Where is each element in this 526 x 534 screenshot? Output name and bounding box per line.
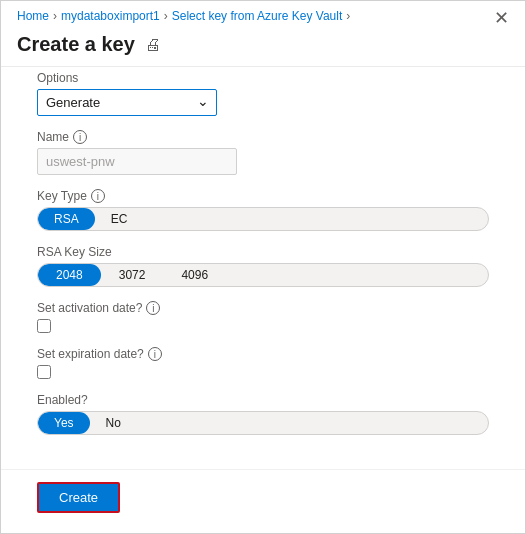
page-title: Create a key bbox=[17, 33, 135, 56]
rsa-key-size-label: RSA Key Size bbox=[37, 245, 489, 259]
enabled-label: Enabled? bbox=[37, 393, 489, 407]
key-type-field: Key Type i RSA EC bbox=[37, 189, 489, 231]
key-type-info-icon[interactable]: i bbox=[91, 189, 105, 203]
create-key-panel: Home › mydataboximport1 › Select key fro… bbox=[0, 0, 526, 534]
options-select-wrapper: Generate Import bbox=[37, 89, 217, 116]
name-input[interactable] bbox=[37, 148, 237, 175]
breadcrumb-select-key[interactable]: Select key from Azure Key Vault bbox=[172, 9, 343, 23]
breadcrumb-sep3: › bbox=[346, 9, 350, 23]
breadcrumb: Home › mydataboximport1 › Select key fro… bbox=[1, 1, 525, 27]
activation-checkbox-wrapper bbox=[37, 319, 489, 333]
form-body: Options Generate Import Name i Key Type … bbox=[1, 71, 525, 469]
activation-info-icon[interactable]: i bbox=[146, 301, 160, 315]
options-label: Options bbox=[37, 71, 489, 85]
expiration-checkbox-wrapper bbox=[37, 365, 489, 379]
rsa-key-size-field: RSA Key Size 2048 3072 4096 bbox=[37, 245, 489, 287]
enabled-field: Enabled? Yes No bbox=[37, 393, 489, 435]
breadcrumb-home[interactable]: Home bbox=[17, 9, 49, 23]
expiration-info-icon[interactable]: i bbox=[148, 347, 162, 361]
key-type-toggle: RSA EC bbox=[37, 207, 489, 231]
keysize-4096[interactable]: 4096 bbox=[163, 264, 226, 286]
name-field: Name i bbox=[37, 130, 489, 175]
create-button[interactable]: Create bbox=[37, 482, 120, 513]
print-icon[interactable]: 🖨 bbox=[145, 36, 161, 54]
enabled-toggle: Yes No bbox=[37, 411, 489, 435]
options-field: Options Generate Import bbox=[37, 71, 489, 116]
expiration-date-label: Set expiration date? i bbox=[37, 347, 489, 361]
keysize-2048[interactable]: 2048 bbox=[38, 264, 101, 286]
expiration-checkbox[interactable] bbox=[37, 365, 51, 379]
activation-checkbox[interactable] bbox=[37, 319, 51, 333]
keysize-3072[interactable]: 3072 bbox=[101, 264, 164, 286]
name-info-icon[interactable]: i bbox=[73, 130, 87, 144]
key-type-rsa[interactable]: RSA bbox=[38, 208, 95, 230]
breadcrumb-sep2: › bbox=[164, 9, 168, 23]
header-divider bbox=[1, 66, 525, 67]
activation-date-field: Set activation date? i bbox=[37, 301, 489, 333]
options-select[interactable]: Generate Import bbox=[37, 89, 217, 116]
enabled-no[interactable]: No bbox=[90, 412, 137, 434]
rsa-key-size-toggle: 2048 3072 4096 bbox=[37, 263, 489, 287]
name-label: Name i bbox=[37, 130, 489, 144]
close-button[interactable]: ✕ bbox=[494, 9, 509, 27]
key-type-ec[interactable]: EC bbox=[95, 208, 144, 230]
panel-header: Create a key 🖨 ✕ bbox=[1, 27, 525, 66]
expiration-date-field: Set expiration date? i bbox=[37, 347, 489, 379]
enabled-yes[interactable]: Yes bbox=[38, 412, 90, 434]
breadcrumb-mydatabox[interactable]: mydataboximport1 bbox=[61, 9, 160, 23]
key-type-label: Key Type i bbox=[37, 189, 489, 203]
breadcrumb-sep1: › bbox=[53, 9, 57, 23]
activation-date-label: Set activation date? i bbox=[37, 301, 489, 315]
panel-footer: Create bbox=[1, 469, 525, 533]
